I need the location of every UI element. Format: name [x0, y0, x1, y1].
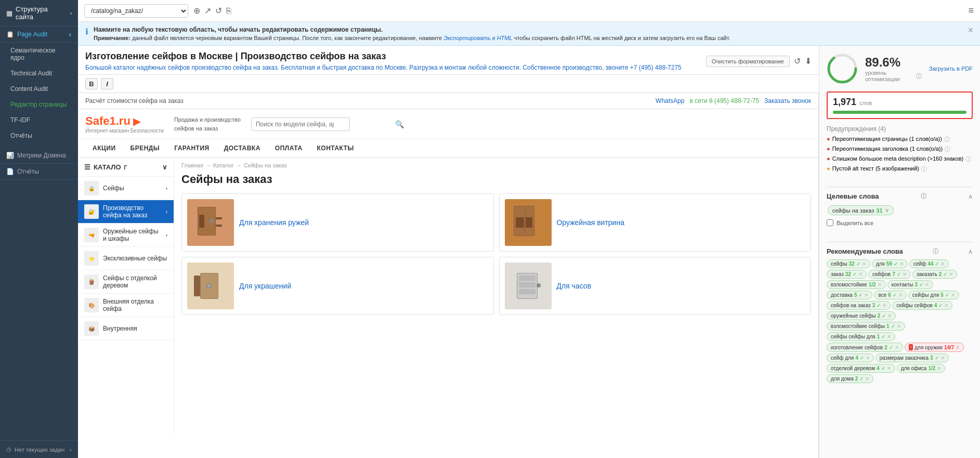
site-tagline: Продажа и производство сейфов на заказ	[174, 115, 241, 133]
nav-dostavka[interactable]: ДОСТАВКА	[217, 139, 268, 157]
rec-tag-zakaz: заказ 32✓✕	[827, 270, 867, 279]
rec-tag-for-office: для офиса 1/2✕	[897, 364, 946, 373]
page-title-row: Изготовление сейфов в Москве | Производс…	[78, 46, 819, 75]
rec-words-info[interactable]: ⓘ	[933, 247, 938, 255]
menu-interior[interactable]: 📦 Внутренняя	[78, 317, 174, 341]
sidebar-item-reports-top[interactable]: Отчёты	[0, 128, 78, 143]
svg-rect-4	[216, 217, 222, 219]
notification-bar: ℹ Нажмите на любую текстовую область, чт…	[78, 22, 980, 46]
warning-info-2[interactable]: ⓘ	[945, 146, 950, 153]
search-wrapper: 🔍	[251, 117, 407, 131]
refresh-icon[interactable]: ↺	[215, 6, 222, 16]
svg-point-3	[210, 219, 214, 223]
search-icon[interactable]: 🔍	[395, 120, 404, 128]
warning-info-1[interactable]: ⓘ	[944, 136, 950, 143]
sidebar-item-semantic[interactable]: Семантическое ядро	[0, 43, 78, 66]
export-link[interactable]: Экспортировать в HTML	[443, 35, 512, 41]
sidebar-item-metrics[interactable]: 📊 Метрики Домена	[0, 148, 78, 164]
rec-words-section: Рекомендуемые слова ⓘ ∧ сейфы 32✓✕ для 5…	[827, 247, 973, 383]
product-card-3[interactable]: Для украшений	[181, 257, 494, 315]
safe-img-svg-3	[190, 265, 231, 307]
sidebar-item-page-audit[interactable]: 📋 Page Audit ∨	[0, 27, 78, 43]
site-logo[interactable]: Safe1.ru ▶ Интернет-магазин Безопасности	[85, 114, 164, 134]
sidebar-header[interactable]: ▦ Структура сайта ›	[0, 0, 78, 27]
product-grid: Для хранения ружей	[181, 193, 811, 315]
site-search-input[interactable]	[251, 117, 350, 131]
svg-rect-19	[519, 276, 535, 281]
nav-oplata[interactable]: ОПЛАТА	[268, 139, 310, 157]
sidebar-item-page-editor[interactable]: Редактор страницы	[0, 97, 78, 112]
refresh-icon2[interactable]: ↺	[794, 56, 801, 66]
warning-info-3[interactable]: ⓘ	[965, 155, 971, 163]
product-name-3[interactable]: Для украшений	[239, 282, 291, 290]
warnings-header: Предупреждения (4)	[827, 125, 973, 133]
rec-tag-safov-na-zakaz: сейфов на заказ 3✓✕	[827, 301, 891, 310]
download-icon[interactable]: ⬇	[805, 56, 812, 66]
nav-whatsapp[interactable]: WhatsApp	[656, 97, 684, 104]
sidebar-item-content[interactable]: Content Audit	[0, 81, 78, 97]
menu-exterior[interactable]: 🎨 Внешняя отделка сейфа	[78, 294, 174, 317]
editor-format-bar: B I	[78, 75, 819, 93]
share-icon[interactable]: ↗	[204, 6, 211, 16]
nav-kontakty[interactable]: КОНТАКТЫ	[310, 139, 361, 157]
warning-info-4[interactable]: ⓘ	[921, 165, 927, 173]
italic-btn[interactable]: I	[101, 78, 113, 89]
nav-callback[interactable]: Заказать звонок	[764, 97, 811, 104]
score-label: уровень оптимизации ⓘ	[865, 70, 922, 82]
rec-tag-vse: все 6✓✕	[874, 291, 906, 299]
pdf-link[interactable]: Загрузить в PDF	[929, 66, 973, 72]
word-count-value: 1,971	[833, 97, 856, 108]
add-icon[interactable]: ⊕	[193, 6, 200, 16]
notification-close-btn[interactable]: ✕	[968, 26, 974, 34]
svg-rect-21	[519, 289, 535, 294]
menu-icon: ☰	[84, 163, 90, 171]
product-name-2[interactable]: Оружейная витрина	[557, 218, 624, 227]
catalog-chevron[interactable]: ∨	[162, 163, 167, 171]
target-tag-1-chevron[interactable]: ∨	[885, 207, 889, 214]
menu-safes[interactable]: 🔒 Сейфы ›	[78, 177, 174, 200]
bold-btn[interactable]: B	[85, 78, 98, 89]
reports-icon: 📄	[6, 168, 14, 175]
menu-production[interactable]: 🔐 Производство сейфа на заказ ›	[78, 200, 174, 224]
nav-brendy[interactable]: БРЕНДЫ	[123, 139, 167, 157]
divider-1	[827, 187, 973, 187]
nav-garantiya[interactable]: ГАРАНТИЯ	[167, 139, 217, 157]
sidebar-item-reports-bottom[interactable]: 📄 Отчёты	[0, 164, 78, 180]
main-area: /catalog/na_zakaz/ ⊕ ↗ ↺ ⎘ ≡ ℹ Нажмите н…	[78, 0, 980, 458]
page-main-title[interactable]: Изготовление сейфов в Москве | Производс…	[85, 51, 706, 62]
menu-guns[interactable]: 🔫 Оружейные сейфы и шкафы ›	[78, 224, 174, 247]
sidebar-collapse-icon[interactable]: ‹	[70, 447, 72, 453]
top-bar-icons: ⊕ ↗ ↺ ⎘	[193, 6, 231, 16]
product-card-2[interactable]: Оружейная витрина	[499, 193, 812, 252]
score-info-icon[interactable]: ⓘ	[916, 72, 922, 80]
clear-format-btn[interactable]: Очистить форматирование	[706, 56, 790, 67]
breadcrumb: Главная → Каталог → Сейфы на заказ	[181, 158, 811, 173]
word-count-bar	[833, 111, 966, 114]
page-preview[interactable]: Расчёт стоимости сейфа на заказ WhatsApp…	[78, 93, 819, 458]
select-all-checkbox[interactable]	[827, 219, 833, 226]
safe-icon: 🔒	[84, 181, 99, 195]
sidebar-item-tf-idf[interactable]: TF-IDF	[0, 112, 78, 128]
svg-rect-10	[516, 217, 524, 228]
menu-exclusive[interactable]: ⭐ Эксклюзивные сейфы	[78, 247, 174, 270]
product-card-4[interactable]: Для часов	[499, 257, 812, 315]
rec-tag-zakazat: заказать 2✓✕	[912, 270, 957, 279]
product-img-1	[187, 199, 234, 246]
nav-aktsii[interactable]: АКЦИИ	[85, 139, 123, 157]
sidebar-item-technical[interactable]: Technical Audit	[0, 66, 78, 81]
page-desc[interactable]: Большой каталог надёжных сейфов производ…	[85, 64, 706, 71]
url-select[interactable]: /catalog/na_zakaz/	[84, 4, 188, 18]
bookmark-icon[interactable]: ⎘	[226, 6, 231, 16]
product-name-1[interactable]: Для хранения ружей	[239, 218, 309, 227]
target-words-chevron[interactable]: ∧	[968, 193, 973, 200]
svg-point-22	[537, 283, 541, 287]
top-bar-menu[interactable]: ≡	[968, 5, 974, 16]
product-card-1[interactable]: Для хранения ружей	[181, 193, 494, 252]
menu-wood[interactable]: 🪵 Сейфы с отделкой деревом	[78, 270, 174, 294]
rec-words-header: Рекомендуемые слова ⓘ ∧	[827, 247, 973, 255]
notification-text: Нажмите на любую текстовую область, чтоб…	[94, 26, 730, 41]
product-name-4[interactable]: Для часов	[557, 282, 592, 290]
rec-words-chevron[interactable]: ∧	[968, 248, 973, 255]
target-words-info[interactable]: ⓘ	[921, 192, 926, 200]
warning-1: Переоптимизация страницы (1 слов(о/а)) ⓘ	[827, 136, 973, 143]
